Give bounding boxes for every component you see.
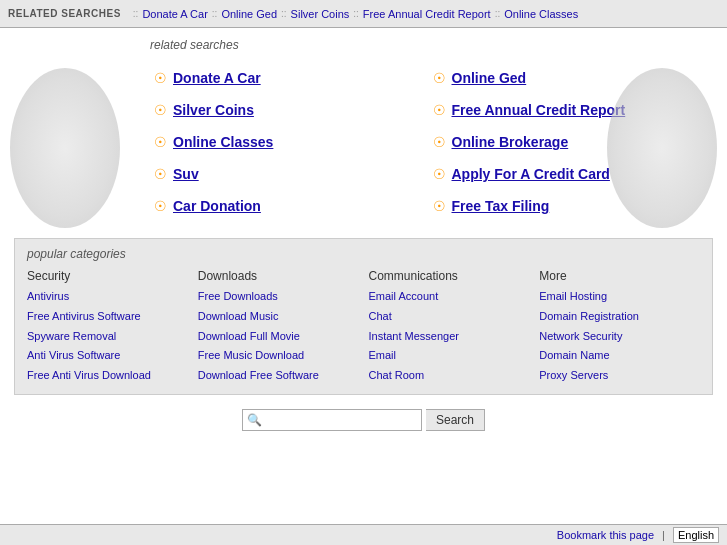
cat-link[interactable]: Free Music Download [198, 346, 359, 366]
cat-link[interactable]: Download Full Movie [198, 327, 359, 347]
arrow-icon-6: ☉ [433, 70, 446, 86]
cat-link[interactable]: Domain Registration [539, 307, 700, 327]
arrow-icon-5: ☉ [154, 198, 167, 214]
cat-link[interactable]: Free Antivirus Software [27, 307, 188, 327]
cat-link[interactable]: Proxy Servers [539, 366, 700, 386]
related-item: ☉ Online Classes [150, 126, 429, 158]
arrow-icon-8: ☉ [433, 134, 446, 150]
arrow-icon-2: ☉ [154, 102, 167, 118]
related-searches-label: RELATED SEARCHES [8, 8, 121, 19]
related-link-car-donation[interactable]: Car Donation [173, 198, 261, 214]
language-indicator: English [673, 527, 719, 543]
popular-title: popular categories [27, 247, 700, 261]
top-bar: RELATED SEARCHES :: Donate A Car :: Onli… [0, 0, 727, 28]
search-icon: 🔍 [247, 413, 262, 427]
sep-2: :: [212, 8, 218, 19]
arrow-icon-3: ☉ [154, 134, 167, 150]
cat-link[interactable]: Chat [369, 307, 530, 327]
related-section: related searches ☉ Donate A Car ☉ Silver… [0, 28, 727, 232]
cat-link[interactable]: Spyware Removal [27, 327, 188, 347]
related-item: ☉ Silver Coins [150, 94, 429, 126]
topbar-link-3[interactable]: Silver Coins [291, 8, 350, 20]
category-col-more: More Email Hosting Domain Registration N… [539, 269, 700, 386]
related-link-online-classes[interactable]: Online Classes [173, 134, 273, 150]
arrow-icon-9: ☉ [433, 166, 446, 182]
related-item: ☉ Suv [150, 158, 429, 190]
cat-link[interactable]: Chat Room [369, 366, 530, 386]
main-content: related searches ☉ Donate A Car ☉ Silver… [0, 28, 727, 524]
sep-5: :: [495, 8, 501, 19]
related-link-apply-credit[interactable]: Apply For A Credit Card [452, 166, 610, 182]
arrow-icon-10: ☉ [433, 198, 446, 214]
circle-right-decoration [607, 68, 717, 228]
search-input[interactable] [242, 409, 422, 431]
related-link-donate-car[interactable]: Donate A Car [173, 70, 261, 86]
cat-link[interactable]: Email Account [369, 287, 530, 307]
bookmark-link[interactable]: Bookmark this page [557, 529, 654, 541]
topbar-link-1[interactable]: Donate A Car [142, 8, 207, 20]
related-item: ☉ Donate A Car [150, 62, 429, 94]
related-item: ☉ Car Donation [150, 190, 429, 222]
related-link-online-ged[interactable]: Online Ged [452, 70, 527, 86]
popular-section: popular categories Security Antivirus Fr… [14, 238, 713, 395]
search-input-wrap: 🔍 [242, 409, 422, 431]
circle-left-decoration [10, 68, 120, 228]
related-link-suv[interactable]: Suv [173, 166, 199, 182]
sep-1: :: [133, 8, 139, 19]
related-link-free-tax[interactable]: Free Tax Filing [452, 198, 550, 214]
related-link-free-annual[interactable]: Free Annual Credit Report [452, 102, 626, 118]
cat-link[interactable]: Anti Virus Software [27, 346, 188, 366]
cat-link[interactable]: Free Downloads [198, 287, 359, 307]
related-section-title: related searches [150, 38, 707, 52]
sep-4: :: [353, 8, 359, 19]
arrow-icon-4: ☉ [154, 166, 167, 182]
cat-link[interactable]: Download Free Software [198, 366, 359, 386]
sep-3: :: [281, 8, 287, 19]
category-header-communications: Communications [369, 269, 530, 283]
bottom-separator: | [662, 529, 665, 541]
category-col-communications: Communications Email Account Chat Instan… [369, 269, 530, 386]
category-header-more: More [539, 269, 700, 283]
topbar-link-2[interactable]: Online Ged [221, 8, 277, 20]
cat-link[interactable]: Email [369, 346, 530, 366]
related-col-left: ☉ Donate A Car ☉ Silver Coins ☉ Online C… [150, 62, 429, 222]
cat-link[interactable]: Free Anti Virus Download [27, 366, 188, 386]
cat-link[interactable]: Network Security [539, 327, 700, 347]
category-col-downloads: Downloads Free Downloads Download Music … [198, 269, 359, 386]
cat-link[interactable]: Email Hosting [539, 287, 700, 307]
category-header-security: Security [27, 269, 188, 283]
main-window: RELATED SEARCHES :: Donate A Car :: Onli… [0, 0, 727, 545]
search-button[interactable]: Search [426, 409, 485, 431]
categories-grid: Security Antivirus Free Antivirus Softwa… [27, 269, 700, 386]
bottom-bar: Bookmark this page | English [0, 524, 727, 545]
cat-link[interactable]: Instant Messenger [369, 327, 530, 347]
cat-link[interactable]: Antivirus [27, 287, 188, 307]
cat-link[interactable]: Domain Name [539, 346, 700, 366]
cat-link[interactable]: Download Music [198, 307, 359, 327]
related-link-online-brokerage[interactable]: Online Brokerage [452, 134, 569, 150]
related-link-silver-coins[interactable]: Silver Coins [173, 102, 254, 118]
topbar-link-4[interactable]: Free Annual Credit Report [363, 8, 491, 20]
arrow-icon-7: ☉ [433, 102, 446, 118]
category-header-downloads: Downloads [198, 269, 359, 283]
search-bar: 🔍 Search [0, 401, 727, 439]
category-col-security: Security Antivirus Free Antivirus Softwa… [27, 269, 188, 386]
topbar-link-5[interactable]: Online Classes [504, 8, 578, 20]
arrow-icon-1: ☉ [154, 70, 167, 86]
